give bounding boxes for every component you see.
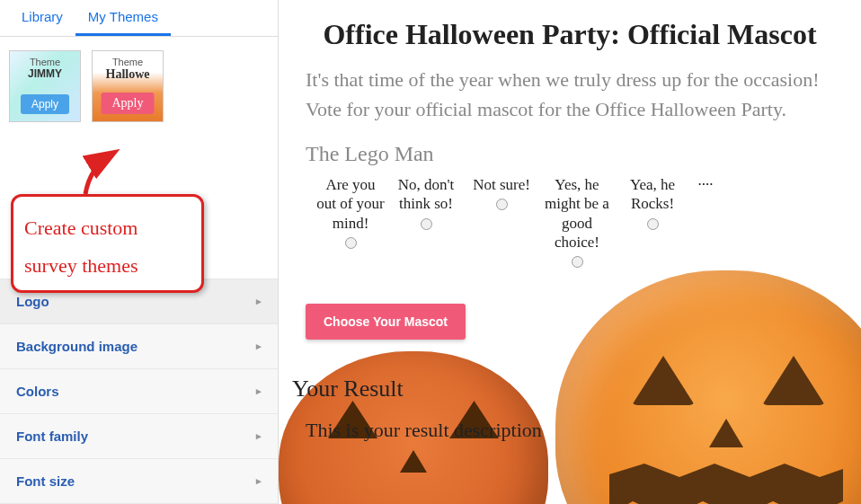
radio-1[interactable]: [345, 237, 357, 249]
option-label: Not sure!: [466, 175, 537, 194]
result-description: This is your result description: [306, 419, 834, 442]
radio-3[interactable]: [496, 199, 508, 210]
survey-question: The Lego Man: [306, 142, 834, 166]
tab-library[interactable]: Library: [9, 0, 75, 36]
theme-label: Theme: [93, 57, 163, 67]
option-4: Yes, he might be a good choice!: [541, 175, 613, 272]
option-5: Yea, he Rocks!: [617, 175, 688, 272]
choose-mascot-button[interactable]: Choose Your Mascot: [306, 304, 466, 340]
accordion: Logo▸ Background image▸ Colors▸ Font fam…: [0, 279, 278, 504]
option-3: Not sure!: [466, 175, 537, 272]
option-label: Yea, he Rocks!: [617, 175, 688, 214]
accordion-label: Logo: [16, 294, 49, 309]
theme-card-jimmy[interactable]: Theme JIMMY Apply: [9, 50, 81, 122]
survey-preview: Office Halloween Party: Official Mascot …: [279, 0, 861, 504]
tab-my-themes[interactable]: My Themes: [75, 0, 171, 36]
radio-4[interactable]: [572, 256, 583, 268]
accordion-font-size[interactable]: Font size▸: [0, 459, 278, 504]
option-label: Are you out of your mind!: [315, 175, 386, 233]
accordion-font-family[interactable]: Font family▸: [0, 414, 278, 459]
theme-name: Hallowe: [93, 67, 163, 82]
option-label: No, don't think so!: [390, 175, 462, 214]
sidebar: Library My Themes Theme JIMMY Apply Them…: [0, 0, 279, 504]
chevron-right-icon: ▸: [256, 296, 262, 307]
options-row: Are you out of your mind! No, don't thin…: [306, 175, 834, 272]
radio-2[interactable]: [421, 218, 432, 230]
chevron-right-icon: ▸: [256, 475, 262, 487]
theme-name: JIMMY: [10, 67, 80, 80]
result-title: Your Result: [292, 376, 834, 402]
accordion-label: Colors: [16, 384, 59, 399]
accordion-background-image[interactable]: Background image▸: [0, 324, 278, 369]
theme-label: Theme: [10, 57, 80, 67]
option-label: ····: [692, 175, 719, 194]
callout-text: Create custom survey themes: [24, 209, 191, 285]
apply-button-hallowe[interactable]: Apply: [102, 93, 155, 114]
option-more: ····: [692, 175, 719, 272]
apply-button-jimmy[interactable]: Apply: [21, 94, 69, 114]
survey-description: It's that time of the year when we truly…: [306, 65, 834, 124]
annotation-callout: Create custom survey themes: [11, 194, 204, 293]
chevron-right-icon: ▸: [256, 340, 262, 352]
option-2: No, don't think so!: [390, 175, 462, 272]
option-label: Yes, he might be a good choice!: [541, 175, 613, 252]
theme-tabs: Library My Themes: [0, 0, 278, 37]
accordion-label: Background image: [16, 339, 138, 354]
radio-5[interactable]: [647, 218, 659, 230]
survey-title: Office Halloween Party: Official Mascot: [306, 18, 834, 51]
themes-area: Theme JIMMY Apply Theme Hallowe Apply Cr…: [0, 37, 278, 279]
chevron-right-icon: ▸: [256, 385, 262, 397]
accordion-label: Font size: [16, 473, 75, 489]
accordion-label: Font family: [16, 429, 88, 444]
theme-card-hallowe[interactable]: Theme Hallowe Apply: [92, 50, 164, 122]
accordion-colors[interactable]: Colors▸: [0, 369, 278, 414]
option-1: Are you out of your mind!: [315, 175, 386, 272]
chevron-right-icon: ▸: [256, 430, 262, 442]
